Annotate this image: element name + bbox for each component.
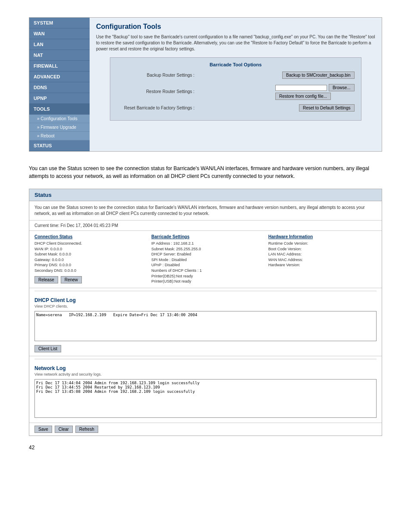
conn-item-4: Primary DNS: 0.0.0.0 xyxy=(34,262,143,268)
restore-file-input[interactable] xyxy=(275,85,327,91)
hw-item-2: LAN MAC Address: xyxy=(268,252,377,257)
sidebar-item-lan[interactable]: LAN xyxy=(29,39,90,50)
tool-options-box: Barricade Tool Options Backup Router Set… xyxy=(110,57,361,121)
sidebar-item-wan[interactable]: WAN xyxy=(29,28,90,39)
sidebar-subitem-firmware[interactable]: Firmware Upgrade xyxy=(29,123,90,132)
network-log-textarea[interactable]: Fri Dec 17 13:44:04 2004 Admin from 192.… xyxy=(34,379,377,418)
hardware-title: Hardware Information xyxy=(268,234,377,239)
sidebar-subitem-config-tools[interactable]: Configuration Tools xyxy=(29,115,90,123)
dhcp-section: DHCP Client Log View DHCP clients. Name=… xyxy=(29,294,382,356)
dhcp-subtitle: View DHCP clients. xyxy=(34,304,377,308)
client-list-button[interactable]: Client List xyxy=(34,345,61,352)
page-number: 42 xyxy=(29,445,382,451)
backup-button[interactable]: Backup to SMCrouter_backup.bin xyxy=(282,72,355,79)
sidebar-item-nat[interactable]: NAT xyxy=(29,50,90,61)
release-button[interactable]: Release xyxy=(34,276,58,283)
dhcp-btn-row: Client List xyxy=(34,345,377,352)
barr-item-5: Numbers of DHCP Clients : 1 xyxy=(151,268,259,274)
restore-label: Restore Router Settings : xyxy=(117,89,194,94)
save-button[interactable]: Save xyxy=(34,426,52,433)
barr-item-7: Printer(USB):Not ready xyxy=(151,279,259,284)
divider-1 xyxy=(34,291,377,291)
barricade-title: Barricade Settings xyxy=(151,234,259,239)
status-header: Status xyxy=(29,189,382,201)
reset-row: Reset Barricade to Factory Settings : Re… xyxy=(117,104,354,112)
barr-item-4: UPnP : Disabled xyxy=(151,262,259,268)
barr-item-1: Subnet Mask: 255.255.255.0 xyxy=(151,246,259,252)
sidebar: SYSTEM WAN LAN NAT FIREWALL ADVANCED DDN… xyxy=(29,18,90,151)
clear-button[interactable]: Clear xyxy=(55,426,73,433)
backup-row: Backup Router Settings : Backup to SMCro… xyxy=(117,72,354,79)
tools-submenu: Configuration Tools Firmware Upgrade Reb… xyxy=(29,115,90,140)
status-columns: Connection Status DHCP Client Disconnect… xyxy=(29,231,382,288)
browse-button[interactable]: Browse... xyxy=(329,84,355,91)
status-panel: Status You can use the Status screen to … xyxy=(29,189,382,436)
network-log-subtitle: View network activity and security logs. xyxy=(34,372,377,376)
divider-2 xyxy=(34,359,377,359)
paragraph-section: You can use the Status screen to see the… xyxy=(29,165,382,180)
hardware-col: Hardware Information Runtime Code Versio… xyxy=(268,234,377,284)
conn-buttons: Release Renew xyxy=(34,276,143,283)
hw-item-4: Hardware Version: xyxy=(268,262,377,268)
reset-label: Reset Barricade to Factory Settings : xyxy=(117,106,194,110)
bottom-btn-row: Save Clear Refresh xyxy=(29,423,382,436)
config-title: Configuration Tools xyxy=(96,23,375,31)
barr-item-6: Printer(DB25):Not ready xyxy=(151,274,259,279)
restore-controls: Browse... Restore from config file... xyxy=(275,83,355,100)
sidebar-item-tools[interactable]: TOOLS xyxy=(29,104,90,115)
barricade-col: Barricade Settings IP Address : 192.168.… xyxy=(151,234,259,284)
reset-button[interactable]: Reset to Default Settings xyxy=(299,104,355,112)
barr-item-0: IP Address : 192.168.2.1 xyxy=(151,241,259,246)
restore-button[interactable]: Restore from config file... xyxy=(275,93,331,100)
dhcp-log-textarea[interactable]: Name=serena IP=192.168.2.109 Expire Date… xyxy=(34,311,377,341)
paragraph-text: You can use the Status screen to see the… xyxy=(29,165,382,180)
conn-item-0: DHCP Client Disconnected. xyxy=(34,241,143,246)
network-section: Network Log View network activity and se… xyxy=(29,362,382,423)
main-content: Configuration Tools Use the "Backup" too… xyxy=(90,18,382,151)
renew-button[interactable]: Renew xyxy=(61,276,82,283)
backup-controls: Backup to SMCrouter_backup.bin xyxy=(282,72,355,79)
sidebar-item-system[interactable]: SYSTEM xyxy=(29,18,90,28)
dhcp-title: DHCP Client Log xyxy=(34,297,377,303)
hw-item-0: Runtime Code Version: xyxy=(268,241,377,246)
connection-col: Connection Status DHCP Client Disconnect… xyxy=(34,234,143,284)
config-desc: Use the "Backup" tool to save the Barric… xyxy=(96,34,375,52)
sidebar-item-advanced[interactable]: ADVANCED xyxy=(29,72,90,82)
current-time: Current time: Fri Dec 17, 2004 01:45:23 … xyxy=(29,221,382,231)
conn-item-2: Subnet Mask: 0.0.0.0 xyxy=(34,252,143,257)
restore-input-row: Browse... xyxy=(275,84,355,91)
barr-item-3: SPI Mode : Disabled xyxy=(151,257,259,263)
page-number-value: 42 xyxy=(29,445,34,451)
sidebar-subitem-reboot[interactable]: Reboot xyxy=(29,132,90,140)
conn-item-5: Secondary DNS: 0.0.0.0 xyxy=(34,268,143,274)
sidebar-item-ddns[interactable]: DDNS xyxy=(29,82,90,93)
status-description: You can use the Status screen to see the… xyxy=(29,201,382,221)
sidebar-item-firewall[interactable]: FIREWALL xyxy=(29,61,90,72)
sidebar-item-upnp[interactable]: UPnP xyxy=(29,93,90,104)
hw-item-3: WAN MAC Address: xyxy=(268,257,377,263)
restore-row: Restore Router Settings : Browse... Rest… xyxy=(117,83,354,100)
tool-options-title: Barricade Tool Options xyxy=(117,62,354,67)
connection-title: Connection Status xyxy=(34,234,143,239)
hw-item-1: Boot Code Version: xyxy=(268,246,377,252)
conn-item-1: WAN IP: 0.0.0.0 xyxy=(34,246,143,252)
refresh-button[interactable]: Refresh xyxy=(75,426,98,433)
sidebar-item-status[interactable]: STATUS xyxy=(29,140,90,151)
barr-item-2: DHCP Server: Enabled xyxy=(151,252,259,257)
network-log-title: Network Log xyxy=(34,365,377,371)
conn-item-3: Gateway: 0.0.0.0 xyxy=(34,257,143,263)
router-panel: SYSTEM WAN LAN NAT FIREWALL ADVANCED DDN… xyxy=(29,17,382,152)
reset-controls: Reset to Default Settings xyxy=(299,104,355,112)
backup-label: Backup Router Settings : xyxy=(117,73,194,78)
